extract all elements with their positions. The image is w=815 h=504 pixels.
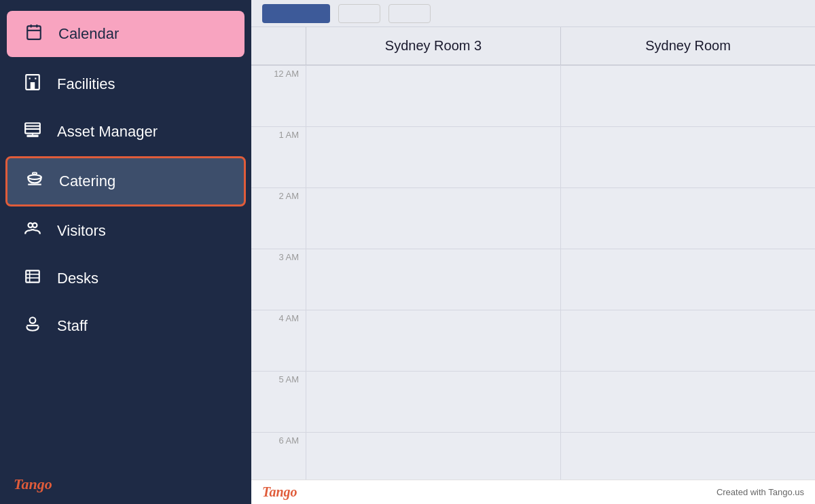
cell-r1-3am[interactable] xyxy=(306,249,560,310)
cell-r1-6am[interactable] xyxy=(306,432,560,480)
staff-icon xyxy=(22,315,43,337)
sidebar-item-asset-manager[interactable]: Asset Manager xyxy=(5,109,246,155)
app-container: Calendar Facilities xyxy=(0,0,815,504)
cell-r1-2am[interactable] xyxy=(306,187,560,249)
svg-rect-0 xyxy=(27,26,41,39)
sidebar-item-catering[interactable]: Catering xyxy=(5,156,246,206)
time-slot-1am: 1 AM xyxy=(251,126,306,187)
facilities-icon xyxy=(22,73,43,95)
svg-point-18 xyxy=(33,223,37,228)
sidebar-item-facilities-label: Facilities xyxy=(57,75,115,93)
cell-r2-2am[interactable] xyxy=(561,187,815,249)
sidebar-item-facilities[interactable]: Facilities xyxy=(5,61,246,107)
calendar-grid: Sydney Room 3 Sydney Room 12 AM 1 AM 2 A… xyxy=(251,27,815,480)
time-slot-3am: 3 AM xyxy=(251,249,306,310)
sidebar-item-desks-label: Desks xyxy=(57,270,98,287)
tango-logo: Tango xyxy=(14,475,52,492)
sidebar-item-staff-label: Staff xyxy=(57,317,88,335)
footer-credit: Created with Tango.us xyxy=(717,487,804,497)
footer-bar: Tango Created with Tango.us xyxy=(251,480,815,504)
cell-r1-1am[interactable] xyxy=(306,126,560,187)
cell-r1-4am[interactable] xyxy=(306,310,560,371)
cell-r2-12am[interactable] xyxy=(561,65,815,126)
svg-rect-11 xyxy=(26,135,38,137)
room-columns xyxy=(306,65,815,480)
tab-3[interactable] xyxy=(388,4,431,23)
desks-icon xyxy=(22,268,43,289)
cell-r1-5am[interactable] xyxy=(306,371,560,432)
cell-r2-5am[interactable] xyxy=(561,371,815,432)
sidebar-item-visitors[interactable]: Visitors xyxy=(5,208,246,254)
calendar-icon xyxy=(23,23,45,45)
footer-tango-logo: Tango xyxy=(262,484,297,500)
svg-rect-24 xyxy=(26,325,38,326)
sidebar-item-desks[interactable]: Desks xyxy=(5,255,246,302)
sidebar-item-catering-label: Catering xyxy=(59,173,115,190)
time-slot-5am: 5 AM xyxy=(251,371,306,432)
catering-icon xyxy=(24,170,46,192)
cell-r2-6am[interactable] xyxy=(561,432,815,480)
svg-rect-5 xyxy=(31,82,35,90)
cell-r2-3am[interactable] xyxy=(561,249,815,310)
rooms-header: Sydney Room 3 Sydney Room xyxy=(251,27,815,65)
cell-r2-4am[interactable] xyxy=(561,310,815,371)
sidebar-item-calendar[interactable]: Calendar xyxy=(7,11,244,57)
sidebar-item-staff[interactable]: Staff xyxy=(5,303,246,349)
sidebar-item-visitors-label: Visitors xyxy=(57,222,106,240)
sidebar-footer-logo: Tango xyxy=(0,465,251,504)
cell-r2-1am[interactable] xyxy=(561,126,815,187)
sidebar-item-asset-manager-label: Asset Manager xyxy=(57,123,158,141)
main-content: Sydney Room 3 Sydney Room 12 AM 1 AM 2 A… xyxy=(251,0,815,504)
room-col-sydney-x xyxy=(560,65,815,480)
top-bar xyxy=(251,0,815,27)
room-header-sydney-3: Sydney Room 3 xyxy=(306,27,560,65)
svg-point-13 xyxy=(28,175,41,180)
sidebar: Calendar Facilities xyxy=(0,0,251,504)
time-slot-12am: 12 AM xyxy=(251,65,306,126)
tab-1[interactable] xyxy=(262,4,330,23)
svg-point-23 xyxy=(30,317,36,323)
tab-2[interactable] xyxy=(338,4,380,23)
cell-r1-12am[interactable] xyxy=(306,65,560,126)
room-col-sydney-3 xyxy=(306,65,560,480)
time-slot-6am: 6 AM xyxy=(251,432,306,480)
time-column: 12 AM 1 AM 2 AM 3 AM 4 AM 5 AM 6 AM 7 AM xyxy=(251,65,306,480)
time-gutter-header xyxy=(251,27,306,65)
room-header-sydney-x: Sydney Room xyxy=(560,27,815,65)
svg-rect-19 xyxy=(26,270,39,282)
sidebar-nav: Calendar Facilities xyxy=(0,0,251,465)
asset-manager-icon xyxy=(22,121,43,143)
visitors-icon xyxy=(22,220,43,242)
time-slot-2am: 2 AM xyxy=(251,187,306,249)
sidebar-item-calendar-label: Calendar xyxy=(58,25,119,43)
calendar-body: 12 AM 1 AM 2 AM 3 AM 4 AM 5 AM 6 AM 7 AM xyxy=(251,65,815,480)
time-slot-4am: 4 AM xyxy=(251,310,306,371)
